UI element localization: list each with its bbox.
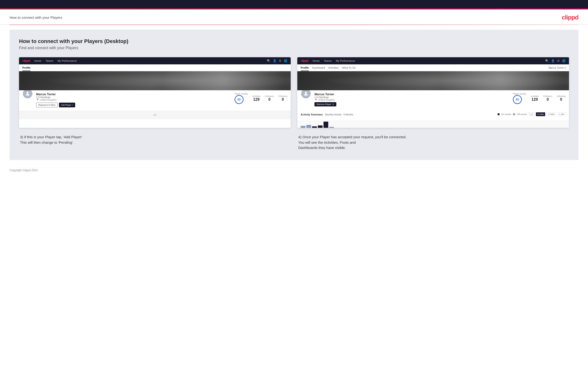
right-nav-teams[interactable]: Teams <box>324 59 332 62</box>
footer-copyright: Copyright Clippd 2022 <box>9 169 38 172</box>
chart-bar-5 <box>323 122 328 128</box>
right-handicap: 1-5 Handicap <box>314 96 510 99</box>
right-nav-home[interactable]: Home <box>312 59 320 62</box>
activity-header: Activity Summary Monthly Activity · 6 Mo… <box>301 112 566 117</box>
clippd-logo: clippd <box>562 14 579 21</box>
left-stats: Player Quality 92 Activities 129 Followe… <box>234 93 287 104</box>
main-title: How to connect with your Players (Deskto… <box>19 38 569 44</box>
right-hero-image <box>297 71 569 90</box>
close-icon: ✕ <box>332 103 334 106</box>
left-followers-stat: Followers 0 <box>265 95 274 102</box>
description-left: 3) If this is your Player tap, 'Add Play… <box>19 134 291 150</box>
svg-point-1 <box>305 92 307 94</box>
left-nav-home[interactable]: Home <box>34 59 41 62</box>
right-tabs-group: Profile Dashboard Activities What To On <box>301 64 356 71</box>
tab-activities[interactable]: Activities <box>328 64 338 71</box>
right-settings-icon[interactable]: ⚙ <box>557 59 560 62</box>
left-mock-tabs: Profile <box>19 64 291 71</box>
globe-icon[interactable]: 🌐 <box>284 59 287 62</box>
activity-left: Activity Summary Monthly Activity · 6 Mo… <box>301 112 353 117</box>
chart-area <box>297 121 569 128</box>
tab-profile-right[interactable]: Profile <box>301 64 309 71</box>
left-location: 📍 United Kingdom <box>36 99 231 101</box>
left-quality-stat: Player Quality 92 <box>234 93 248 104</box>
right-stats: Player Quality 92 Activities 129 Followe… <box>513 93 566 104</box>
player-selector[interactable]: Marcus Turner ▾ <box>548 67 566 69</box>
right-nav-icons: 🔍 👤 ⚙ 🌐 <box>545 59 566 62</box>
activity-controls: On course Off course 1 yr 6 mths 3 mths … <box>498 112 566 116</box>
period-6mths-button[interactable]: 6 mths <box>536 112 545 116</box>
right-followers-stat: Followers 0 <box>543 95 552 102</box>
search-icon[interactable]: 🔍 <box>267 59 270 62</box>
right-nav-performance[interactable]: My Performance <box>336 59 355 62</box>
scissors-icon: ✂ <box>153 113 156 117</box>
on-course-legend-dot <box>498 113 500 115</box>
right-search-icon[interactable]: 🔍 <box>545 59 549 62</box>
request-follow-button[interactable]: Request to Follow <box>36 103 58 107</box>
tab-what-to-on[interactable]: What To On <box>342 64 356 71</box>
left-profile-section: Marcus Turner 1-5 Handicap 📍 United King… <box>19 90 291 111</box>
activity-period-label: Monthly Activity · 6 Months <box>325 113 353 116</box>
right-location: 📍 United Kingdom <box>314 99 510 101</box>
left-following-stat: Following 0 <box>278 95 287 102</box>
chart-bar-2 <box>306 125 311 128</box>
main-content: How to connect with your Players (Deskto… <box>9 30 579 160</box>
svg-point-0 <box>27 92 28 94</box>
hero-overlay <box>19 71 291 90</box>
left-bottom-area: ✂ <box>19 111 291 119</box>
left-nav-teams[interactable]: Teams <box>46 59 53 62</box>
chart-bar-4 <box>318 125 322 128</box>
left-nav-performance[interactable]: My Performance <box>58 59 77 62</box>
right-user-icon[interactable]: 👤 <box>551 59 555 62</box>
remove-player-button[interactable]: Remove Player ✕ <box>314 102 336 106</box>
left-mock-nav: clippd Home Teams My Performance 🔍 👤 ⚙ 🌐 <box>19 57 291 64</box>
page-header: How to connect with your Players clippd <box>0 9 588 25</box>
description-right-text: 4) Once your Player has accepted your re… <box>298 134 568 150</box>
tab-profile-left[interactable]: Profile <box>22 64 30 71</box>
left-hero-image <box>19 71 291 90</box>
off-course-legend-dot <box>513 113 515 115</box>
main-subtitle: Find and connect with your Players <box>19 46 569 50</box>
left-action-buttons: Request to Follow Add Player + <box>36 103 231 107</box>
add-player-button[interactable]: Add Player + <box>59 103 75 107</box>
right-hero-overlay <box>297 71 569 90</box>
right-quality-stat: Player Quality 92 <box>513 93 526 104</box>
page-footer: Copyright Clippd 2022 <box>0 165 588 176</box>
period-1mth-button[interactable]: 1 mth <box>557 112 566 116</box>
period-1yr-button[interactable]: 1 yr <box>528 112 535 116</box>
top-bar <box>0 0 588 8</box>
left-player-name: Marcus Turner <box>36 93 231 96</box>
right-profile-section: Marcus Turner 1-5 Handicap 📍 United King… <box>297 90 569 110</box>
description-left-text: 3) If this is your Player tap, 'Add Play… <box>20 134 290 145</box>
chart-bar-3 <box>312 126 317 128</box>
activity-title: Activity Summary <box>301 113 323 116</box>
settings-icon[interactable]: ⚙ <box>279 59 281 62</box>
tab-dashboard[interactable]: Dashboard <box>312 64 325 71</box>
right-mock-tabs: Profile Dashboard Activities What To On … <box>297 64 569 71</box>
on-course-label: On course <box>502 113 511 116</box>
right-nav-logo: clippd <box>301 59 308 62</box>
right-globe-icon[interactable]: 🌐 <box>562 59 566 62</box>
breadcrumb: How to connect with your Players <box>9 16 62 19</box>
chart-legend: On course Off course <box>498 113 527 116</box>
quality-circle-right: 92 <box>513 95 522 104</box>
descriptions-row: 3) If this is your Player tap, 'Add Play… <box>19 134 569 150</box>
left-nav-logo: clippd <box>22 59 30 62</box>
chart-bar-1 <box>301 126 305 128</box>
screenshot-right: clippd Home Teams My Performance 🔍 👤 ⚙ 🌐… <box>297 57 569 128</box>
location-pin-icon: 📍 <box>36 99 39 101</box>
off-course-label: Off course <box>517 113 527 116</box>
left-nav-icons: 🔍 👤 ⚙ 🌐 <box>267 59 287 62</box>
activity-summary-section: Activity Summary Monthly Activity · 6 Mo… <box>297 110 569 121</box>
user-icon[interactable]: 👤 <box>273 59 277 62</box>
screenshot-left: clippd Home Teams My Performance 🔍 👤 ⚙ 🌐… <box>19 57 291 128</box>
right-following-stat: Following 0 <box>557 95 566 102</box>
right-player-name: Marcus Turner <box>314 93 510 96</box>
right-profile-info: Marcus Turner 1-5 Handicap 📍 United King… <box>314 93 510 106</box>
right-activities-stat: Activities 129 <box>530 95 539 102</box>
left-profile-info: Marcus Turner 1-5 Handicap 📍 United King… <box>36 93 231 107</box>
period-3mths-button[interactable]: 3 mths <box>547 112 556 116</box>
chart-bar-6 <box>329 127 334 128</box>
header-divider <box>9 25 579 25</box>
screenshots-row: clippd Home Teams My Performance 🔍 👤 ⚙ 🌐… <box>19 57 569 128</box>
